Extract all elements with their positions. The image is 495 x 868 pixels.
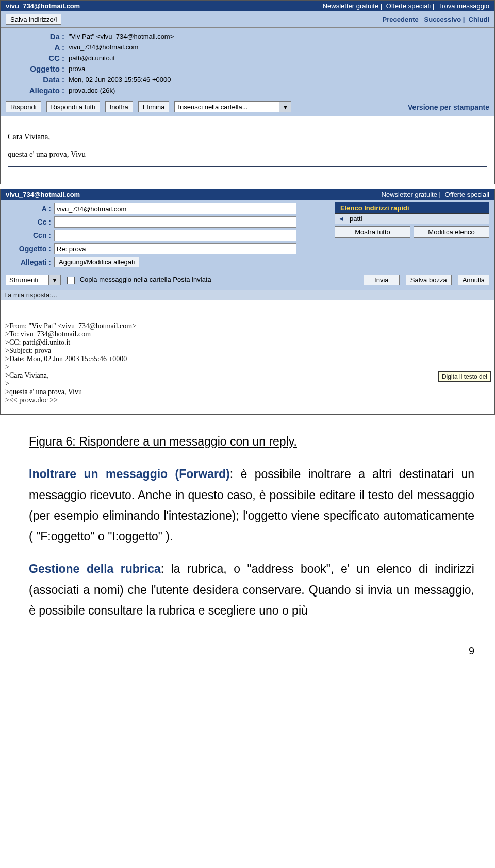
read-titlebar: vivu_734@hotmail.com Newsletter gratuite… [1, 1, 494, 11]
to-label: A : [8, 43, 69, 52]
tools-dropdown[interactable]: Strumenti ▼ [6, 275, 61, 285]
save-address-button[interactable]: Salva indirizzo/i [6, 14, 61, 25]
date-label: Data : [8, 75, 69, 84]
addressbook-heading: Gestione della rubrica [29, 562, 161, 575]
chevron-down-icon[interactable]: ▼ [279, 101, 291, 112]
top-links: Newsletter gratuite | Offerte speciali |… [321, 2, 489, 10]
edit-list-button[interactable]: Modifica elenco [414, 226, 489, 238]
to-label: A : [5, 205, 54, 213]
read-top-toolbar: Salva indirizzo/i Precedente Successivo … [1, 11, 494, 28]
figure-caption: Figura 6: Rispondere a un messaggio con … [29, 431, 474, 452]
read-action-bar: Rispondi Rispondi a tutti Inoltra Elimin… [1, 99, 494, 116]
cc-label: CC : [8, 54, 69, 62]
read-headers: Da :"Viv Pat" <vivu_734@hotmail.com> A :… [1, 28, 494, 99]
reply-body-header: La mia risposta:... [1, 290, 494, 300]
document-body: Figura 6: Rispondere a un messaggio con … [0, 419, 495, 645]
from-label: Da : [8, 32, 69, 41]
cc-label: Cc : [5, 218, 54, 226]
nav-links: Precedente Successivo | Chiudi [383, 15, 489, 23]
save-draft-button[interactable]: Salva bozza [406, 275, 452, 285]
from-value: "Viv Pat" <vivu_734@hotmail.com> [69, 32, 174, 40]
checkbox-icon [67, 277, 75, 284]
forward-button[interactable]: Inoltra [105, 101, 133, 112]
delete-button[interactable]: Elimina [138, 101, 170, 112]
link-newsletter[interactable]: Newsletter gratuite [382, 191, 437, 198]
subject-value: prova [69, 65, 86, 73]
date-value: Mon, 02 Jun 2003 15:55:46 +0000 [69, 76, 171, 83]
compose-titlebar: vivu_734@hotmail.com Newsletter gratuite… [1, 189, 494, 200]
page-number: 9 [0, 645, 495, 666]
to-value: vivu_734@hotmail.com [69, 43, 138, 51]
folder-dropdown[interactable]: Inserisci nella cartella... ▼ [174, 101, 291, 112]
subject-input[interactable] [54, 243, 296, 254]
bcc-input[interactable] [54, 230, 296, 241]
compose-window: vivu_734@hotmail.com Newsletter gratuite… [0, 189, 495, 415]
next-link[interactable]: Successivo [424, 15, 461, 23]
print-version-link[interactable]: Versione per stampante [408, 103, 489, 111]
link-newsletter[interactable]: Newsletter gratuite [323, 2, 378, 10]
account-label: vivu_734@hotmail.com [6, 191, 80, 198]
send-button[interactable]: Invia [364, 275, 400, 285]
chevron-down-icon[interactable]: ▼ [48, 275, 61, 285]
paragraph-forward: Inoltrare un messaggio (Forward): è poss… [29, 464, 474, 547]
paragraph-addressbook: Gestione della rubrica: la rubrica, o "a… [29, 558, 474, 621]
subject-label: Oggetto : [5, 245, 54, 253]
body-divider [8, 166, 487, 167]
reply-body-text[interactable]: >From: "Viv Pat" <vivu_734@hotmail.com> … [1, 300, 494, 414]
reply-all-button[interactable]: Rispondi a tutti [46, 101, 100, 112]
compose-tools-bar: Strumenti ▼ Copia messaggio nella cartel… [1, 273, 494, 290]
add-attachment-button[interactable]: Aggiungi/Modifica allegati [54, 257, 139, 267]
prev-link[interactable]: Precedente [383, 15, 419, 23]
read-message-window: vivu_734@hotmail.com Newsletter gratuite… [0, 0, 495, 184]
bcc-label: Ccn : [5, 231, 54, 240]
link-find-message[interactable]: Trova messaggio [438, 2, 489, 10]
link-offers[interactable]: Offerte speciali [386, 2, 431, 10]
account-label: vivu_734@hotmail.com [6, 2, 80, 10]
copy-to-sent-checkbox[interactable]: Copia messaggio nella cartella Posta inv… [67, 276, 211, 284]
message-body-text: Cara Viviana, questa e' una prova, Vivu [8, 132, 86, 158]
tools-dropdown-label: Strumenti [6, 275, 48, 285]
top-links: Newsletter gratuite | Offerte speciali [380, 191, 489, 198]
tooltip: Digita il testo del [438, 371, 491, 382]
quick-address-panel: Elenco Indirizzi rapidi ◄ patti Mostra t… [335, 202, 489, 238]
cancel-button[interactable]: Annulla [458, 275, 489, 285]
attach-label: Allegati : [5, 258, 54, 266]
show-all-button[interactable]: Mostra tutto [335, 226, 410, 238]
compose-headers: A : Cc : Ccn : Oggetto : Allegati : Aggi… [1, 200, 494, 273]
close-link[interactable]: Chiudi [469, 15, 489, 23]
copy-to-sent-label: Copia messaggio nella cartella Posta inv… [80, 276, 211, 283]
cc-input[interactable] [54, 216, 296, 228]
subject-label: Oggetto : [8, 64, 69, 73]
quick-address-header: Elenco Indirizzi rapidi [335, 202, 489, 214]
to-input[interactable] [54, 203, 296, 214]
link-offers[interactable]: Offerte speciali [445, 191, 489, 198]
message-body: Cara Viviana, questa e' una prova, Vivu [1, 116, 494, 184]
attach-label: Allegato : [8, 86, 69, 95]
arrow-left-icon[interactable]: ◄ [335, 215, 348, 223]
attach-value[interactable]: prova.doc (26k) [69, 87, 115, 94]
forward-heading: Inoltrare un messaggio (Forward) [29, 467, 230, 481]
cc-value: patti@di.unito.it [69, 54, 115, 62]
quick-address-item[interactable]: ◄ patti [335, 214, 489, 224]
folder-dropdown-value: Inserisci nella cartella... [174, 101, 279, 112]
reply-button[interactable]: Rispondi [6, 101, 41, 112]
reply-body-area[interactable]: La mia risposta:... >From: "Viv Pat" <vi… [1, 290, 494, 414]
quick-address-name: patti [348, 214, 489, 224]
